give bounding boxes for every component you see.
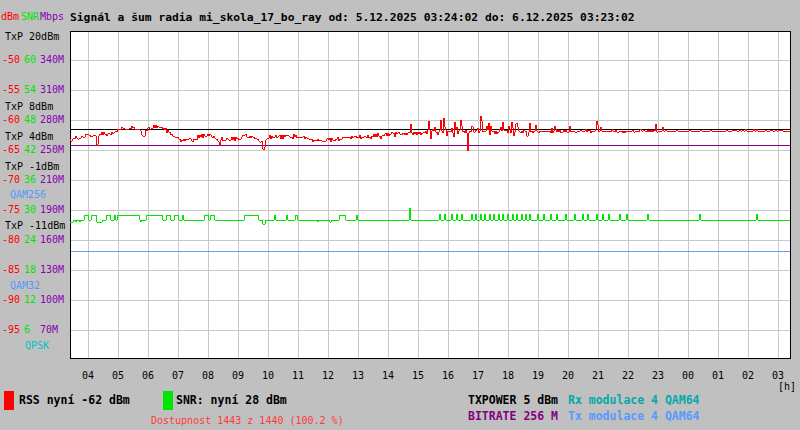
txp-tick-label: TxP 20dBm xyxy=(5,32,59,42)
tick-label-snr: 60 xyxy=(24,55,36,65)
hour-tick-label: 16 xyxy=(439,371,457,381)
tick-label-snr: 24 xyxy=(24,235,36,245)
left-axis-row: -6542250M xyxy=(0,145,68,155)
hour-tick-label: 10 xyxy=(259,371,277,381)
hour-tick-label: 02 xyxy=(739,371,757,381)
tick-label-dbm: -60 xyxy=(2,115,20,125)
hour-tick-label: 23 xyxy=(649,371,667,381)
snr-legend-label: SNR: nyní 28 dBm xyxy=(176,395,287,406)
hour-tick-label: 21 xyxy=(589,371,607,381)
tick-label-dbm: -50 xyxy=(2,55,20,65)
hour-tick-label: 20 xyxy=(559,371,577,381)
tick-label-mbps: 310M xyxy=(40,85,64,95)
tick-label-dbm: -55 xyxy=(2,85,20,95)
hour-tick-label: 15 xyxy=(409,371,427,381)
hour-tick-label: 01 xyxy=(709,371,727,381)
txp-tick-label: TxP -11dBm xyxy=(5,221,65,231)
left-axis-row: -7036210M xyxy=(0,175,68,185)
bitrate-legend-label: BITRATE 256 M xyxy=(468,411,558,422)
tick-label-snr: 30 xyxy=(24,205,36,215)
hour-tick-label: 22 xyxy=(619,371,637,381)
tick-label-mbps: 130M xyxy=(40,265,64,275)
tick-label-mbps: 250M xyxy=(40,145,64,155)
left-axis-row: -5554310M xyxy=(0,85,68,95)
left-axis-row: -95670M xyxy=(0,325,68,335)
tick-label-snr: 6 xyxy=(24,325,30,335)
tick-label-mbps: 340M xyxy=(40,55,64,65)
modulation-tick-label: QAM256 xyxy=(10,190,46,200)
txp-tick-label: TxP -1dBm xyxy=(5,162,59,172)
axis-header-snr: SNR xyxy=(21,12,39,22)
tick-label-dbm: -75 xyxy=(2,205,20,215)
tick-label-snr: 42 xyxy=(24,145,36,155)
hour-tick-label: 14 xyxy=(379,371,397,381)
tick-label-dbm: -70 xyxy=(2,175,20,185)
chart-title: Signál a šum radia mi_skola_17_bo_ray od… xyxy=(70,12,635,23)
tick-label-dbm: -65 xyxy=(2,145,20,155)
hour-tick-label: 19 xyxy=(529,371,547,381)
tick-label-mbps: 160M xyxy=(40,235,64,245)
hour-tick-label: 07 xyxy=(169,371,187,381)
left-axis-row: -5060340M xyxy=(0,55,68,65)
rss-legend-swatch xyxy=(4,391,14,410)
hour-tick-label: 06 xyxy=(139,371,157,381)
hour-tick-label: 11 xyxy=(289,371,307,381)
hour-tick-label: 17 xyxy=(469,371,487,381)
tick-label-snr: 18 xyxy=(24,265,36,275)
modulation-tick-label: QAM32 xyxy=(10,281,40,291)
hour-tick-label: 13 xyxy=(349,371,367,381)
tick-label-mbps: 280M xyxy=(40,115,64,125)
chart-plot xyxy=(0,0,800,430)
hour-tick-label: 18 xyxy=(499,371,517,381)
radio-signal-graph-page: {"title":"Signál a šum radia mi_skola_17… xyxy=(0,0,800,430)
availability-label: Dostupnost 1443 z 1440 (100.2 %) xyxy=(151,416,344,426)
tick-label-mbps: 100M xyxy=(40,295,64,305)
tick-label-dbm: -80 xyxy=(2,235,20,245)
hour-tick-label: 05 xyxy=(109,371,127,381)
hour-tick-label: 04 xyxy=(79,371,97,381)
tx-modulation-legend-label: Tx modulace 4 QAM64 xyxy=(568,411,700,422)
hour-tick-label: 08 xyxy=(199,371,217,381)
tick-label-mbps: 70M xyxy=(40,325,58,335)
tick-label-dbm: -85 xyxy=(2,265,20,275)
left-axis-row: -8518130M xyxy=(0,265,68,275)
tick-label-mbps: 190M xyxy=(40,205,64,215)
tick-label-snr: 36 xyxy=(24,175,36,185)
left-axis-row: -8024160M xyxy=(0,235,68,245)
tick-label-snr: 54 xyxy=(24,85,36,95)
hour-axis-unit: [h] xyxy=(778,382,796,392)
tick-label-dbm: -90 xyxy=(2,295,20,305)
modulation-tick-label: QPSK xyxy=(25,341,49,351)
txpower-legend-label: TXPOWER 5 dBm xyxy=(468,395,558,406)
left-axis-row: -6048280M xyxy=(0,115,68,125)
hour-tick-label: 12 xyxy=(319,371,337,381)
hour-tick-label: 09 xyxy=(229,371,247,381)
axis-header-mbps: Mbps xyxy=(40,12,64,22)
tick-label-snr: 48 xyxy=(24,115,36,125)
tick-label-snr: 12 xyxy=(24,295,36,305)
left-axis-row: -9012100M xyxy=(0,295,68,305)
txp-tick-label: TxP 4dBm xyxy=(5,132,53,142)
snr-legend-swatch xyxy=(163,391,173,410)
rx-modulation-legend-label: Rx modulace 4 QAM64 xyxy=(568,395,700,406)
tick-label-dbm: -95 xyxy=(2,325,20,335)
left-axis-row: -7530190M xyxy=(0,205,68,215)
hour-tick-label: 03 xyxy=(769,371,787,381)
axis-header-dbm: dBm xyxy=(1,12,19,22)
axis-header: dBmSNRMbps xyxy=(0,12,68,22)
rss-legend-label: RSS nyní -62 dBm xyxy=(19,395,130,406)
hour-tick-label: 00 xyxy=(679,371,697,381)
tick-label-mbps: 210M xyxy=(40,175,64,185)
txp-tick-label: TxP 8dBm xyxy=(5,102,53,112)
